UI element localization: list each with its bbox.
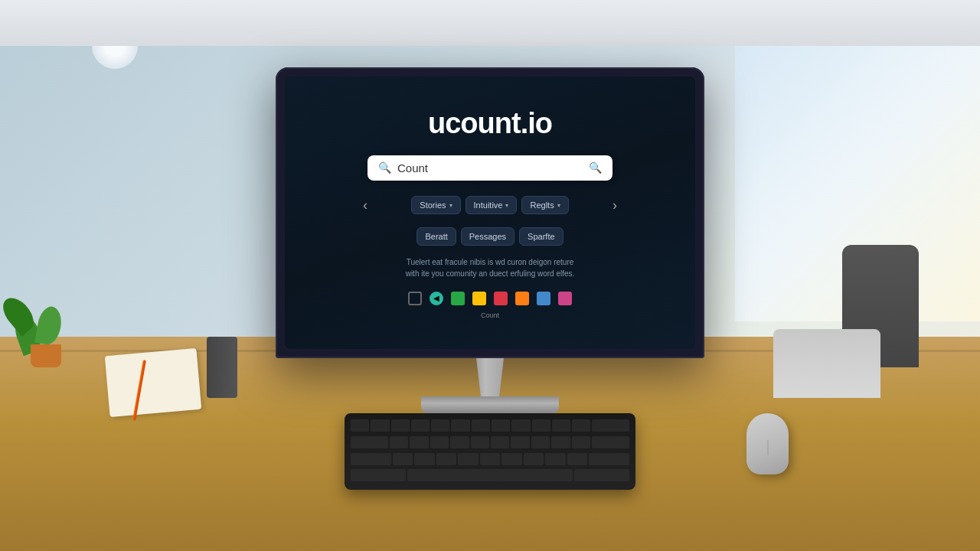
bottom-icons-row: ◀ [408,292,572,305]
spacebar-key [407,469,573,481]
key-row-1 [351,419,629,434]
filter-tag-reglts[interactable]: Reglts ▾ [521,196,568,214]
office-ceiling [0,0,980,46]
icon-yellow[interactable] [472,292,486,305]
chevron-down-icon: ▾ [557,202,560,209]
key [592,419,629,432]
monitor-frame: ucount.io 🔍 Count 🔍 ‹ Stories ▾ [276,67,704,358]
monitor-bezel: ucount.io 🔍 Count 🔍 ‹ Stories ▾ [285,77,695,349]
plant-leaves [15,276,77,352]
chevron-down-icon: ▾ [449,202,452,209]
icon-outline[interactable] [408,292,422,305]
icon-pink[interactable] [558,292,572,305]
key [390,436,408,448]
icon-blue[interactable] [537,292,550,305]
filter-label: Intuitive [474,201,503,210]
key [410,436,428,448]
key [371,419,389,432]
filter-label: Reglts [530,201,554,210]
desc-line2: with ite you comunity an duect erfuling … [406,269,575,278]
filter-row: ‹ Stories ▾ Intuitive ▾ Reglts ▾ [360,194,620,217]
key [492,419,510,432]
chevron-down-icon: ▾ [505,202,508,209]
monitor-screen: ucount.io 🔍 Count 🔍 ‹ Stories ▾ [285,77,695,349]
key [501,453,521,465]
key [391,419,410,432]
search-input[interactable]: Count [397,161,589,174]
search-icon-right[interactable]: 🔍 [589,161,602,174]
nav-arrow-left[interactable]: ‹ [360,194,371,217]
key [545,453,565,465]
key [411,419,430,432]
key [458,453,478,465]
monitor-stand-neck [467,358,513,396]
key [451,419,469,432]
search-bar[interactable]: 🔍 Count 🔍 [368,155,612,181]
key [351,453,391,465]
filter-tag-sparfte[interactable]: Sparfte [519,227,563,246]
key [532,419,550,432]
logo-text: ucount.io [428,107,552,139]
filter-tag-intuitive[interactable]: Intuitive ▾ [466,196,518,214]
key [480,453,500,465]
nav-arrow-right[interactable]: › [609,194,620,217]
key [436,453,456,465]
key-row-4 [351,469,629,484]
key [574,469,629,481]
filter-tag-stories[interactable]: Stories ▾ [411,196,460,214]
key [491,436,509,448]
keyboard-keys [351,419,629,484]
desc-line1: Tuelert eat fracule nibis is wd curon de… [407,258,574,266]
laptop-background [773,329,880,398]
monitor-stand-base [421,396,559,413]
description-text: Tuelert eat fracule nibis is wd curon de… [406,256,575,279]
filter-row-2: Beratt Pessages Sparfte [360,227,620,246]
key [414,453,434,465]
filter-label: Stories [420,201,446,210]
key-row-3 [351,453,629,468]
monitor-wrapper: ucount.io 🔍 Count 🔍 ‹ Stories ▾ [276,67,704,413]
taskbar-label: Count [481,311,499,319]
speaker [207,337,237,398]
search-icon-left: 🔍 [378,161,391,174]
key [511,436,529,448]
filter-tag-pessages[interactable]: Pessages [461,227,514,246]
key [393,453,413,465]
filter-tags: Stories ▾ Intuitive ▾ Reglts ▾ [377,196,603,214]
key [531,436,550,448]
icon-red[interactable] [494,292,508,305]
key [450,436,469,448]
key [431,419,449,432]
key [351,419,369,432]
key [589,453,629,465]
key [351,436,388,448]
key [430,436,449,448]
filter-tag-beratt[interactable]: Beratt [416,227,456,246]
keyboard [345,413,635,490]
key-row-2 [351,436,629,451]
key [572,436,590,448]
key [471,436,489,448]
icon-nav[interactable]: ◀ [430,292,443,305]
key [572,419,590,432]
app-logo: ucount.io [428,107,552,140]
key [551,436,570,448]
key [552,419,570,432]
plant-decoration [15,276,77,367]
key [351,469,406,481]
leaf [34,305,64,346]
key [524,453,544,465]
filter-tags-row2: Beratt Pessages Sparfte [386,227,594,246]
computer-mouse [746,413,789,474]
icon-orange[interactable] [515,292,529,305]
icon-green[interactable] [451,292,465,305]
plant-pot [31,344,61,367]
key [592,436,629,448]
key [511,419,530,432]
key [472,419,490,432]
notebook [105,348,202,417]
key [567,453,587,465]
mouse-scroll-wheel [767,440,768,455]
